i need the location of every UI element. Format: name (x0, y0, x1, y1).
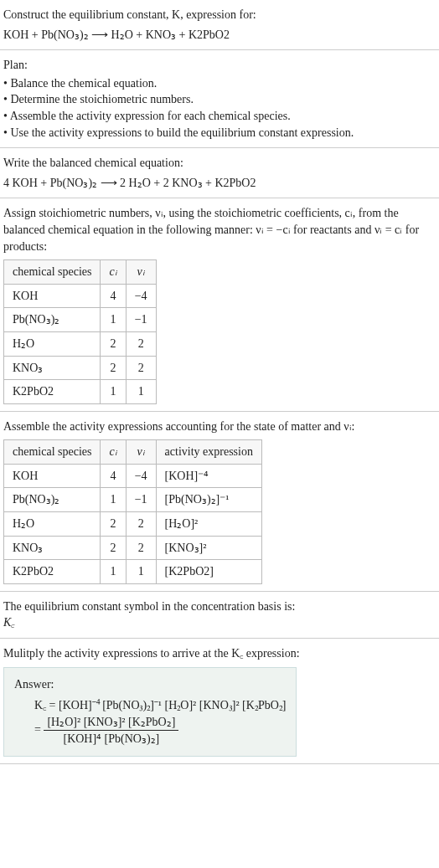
cell-species: KOH (4, 464, 101, 488)
cell-ci: 2 (101, 331, 126, 356)
unbalanced-equation: KOH + Pb(NO₃)₂ ⟶ H₂O + KNO₃ + K2PbO2 (3, 27, 436, 44)
cell-species: Pb(NO₃)₂ (4, 488, 101, 512)
cell-ci: 4 (101, 284, 126, 308)
cell-vi: −4 (126, 464, 156, 488)
cell-vi: −4 (126, 284, 156, 308)
table-row: K2PbO2 1 1 (4, 380, 157, 404)
col-vi: νᵢ (126, 440, 156, 465)
cell-activity: [KOH]⁻⁴ (156, 464, 261, 488)
cell-ci: 2 (101, 536, 126, 560)
table-row: Pb(NO₃)₂ 1 −1 (4, 308, 157, 332)
table-row: KOH 4 −4 (4, 284, 157, 308)
plan-list: • Balance the chemical equation. • Deter… (3, 75, 436, 141)
cell-ci: 1 (101, 308, 126, 332)
answer-label: Answer: (14, 676, 286, 693)
plan-item: • Balance the chemical equation. (3, 75, 436, 92)
plan-item: • Assemble the activity expression for e… (3, 108, 436, 125)
activity-table: chemical species cᵢ νᵢ activity expressi… (3, 439, 262, 584)
col-ci: cᵢ (101, 440, 126, 465)
cell-species: Pb(NO₃)₂ (4, 308, 101, 332)
col-ci: cᵢ (101, 260, 126, 285)
kc-fraction-expression: = [H₂O]² [KNO₃]² [K₂PbO₂] [KOH]⁴ [Pb(NO₃… (34, 714, 286, 747)
table-row: Pb(NO₃)₂ 1 −1 [Pb(NO₃)₂]⁻¹ (4, 488, 262, 512)
cell-vi: 2 (126, 512, 156, 537)
answer-box: Answer: K꜀ = [KOH]⁻⁴ [Pb(NO₃)₂]⁻¹ [H₂O]²… (3, 667, 297, 757)
cell-vi: 2 (126, 356, 156, 380)
cell-species: K2PbO2 (4, 380, 101, 404)
cell-activity: [H₂O]² (156, 512, 261, 537)
cell-ci: 2 (101, 356, 126, 380)
kc-symbol-section: The equilibrium constant symbol in the c… (0, 592, 439, 639)
activity-section: Assemble the activity expressions accoun… (0, 412, 439, 592)
plan-item: • Determine the stoichiometric numbers. (3, 91, 436, 108)
col-activity: activity expression (156, 440, 261, 465)
stoich-section: Assign stoichiometric numbers, νᵢ, using… (0, 198, 439, 411)
cell-species: H₂O (4, 331, 101, 356)
kc-flat-expression: K꜀ = [KOH]⁻⁴ [Pb(NO₃)₂]⁻¹ [H₂O]² [KNO₃]²… (34, 697, 286, 714)
table-row: KNO₃ 2 2 (4, 356, 157, 380)
cell-activity: [K2PbO2] (156, 560, 261, 584)
table-header-row: chemical species cᵢ νᵢ activity expressi… (4, 440, 262, 465)
cell-vi: −1 (126, 308, 156, 332)
stoich-table: chemical species cᵢ νᵢ KOH 4 −4 Pb(NO₃)₂… (3, 259, 157, 404)
cell-activity: [KNO₃]² (156, 536, 261, 560)
cell-vi: 2 (126, 331, 156, 356)
activity-intro: Assemble the activity expressions accoun… (3, 419, 436, 435)
fraction-numerator: [H₂O]² [KNO₃]² [K₂PbO₂] (44, 714, 178, 732)
cell-species: H₂O (4, 512, 101, 537)
plan-heading: Plan: (3, 57, 436, 74)
balanced-eq-label: Write the balanced chemical equation: (3, 155, 436, 172)
cell-species: KNO₃ (4, 356, 101, 380)
cell-ci: 2 (101, 512, 126, 537)
equals-prefix: = (34, 723, 44, 736)
cell-ci: 4 (101, 464, 126, 488)
kc-symbol: K꜀ (3, 614, 436, 631)
cell-ci: 1 (101, 560, 126, 584)
balanced-eq-section: Write the balanced chemical equation: 4 … (0, 148, 439, 198)
balanced-equation: 4 KOH + Pb(NO₃)₂ ⟶ 2 H₂O + 2 KNO₃ + K2Pb… (3, 175, 436, 192)
result-intro: Mulitply the activity expressions to arr… (3, 645, 436, 662)
cell-vi: 1 (126, 560, 156, 584)
col-species: chemical species (4, 260, 101, 285)
cell-vi: 1 (126, 380, 156, 404)
table-header-row: chemical species cᵢ νᵢ (4, 260, 157, 285)
stoich-intro: Assign stoichiometric numbers, νᵢ, using… (3, 205, 436, 254)
cell-activity: [Pb(NO₃)₂]⁻¹ (156, 488, 261, 512)
kc-symbol-label: The equilibrium constant symbol in the c… (3, 598, 436, 615)
fraction-denominator: [KOH]⁴ [Pb(NO₃)₂] (44, 731, 178, 747)
col-species: chemical species (4, 440, 101, 465)
plan-item: • Use the activity expressions to build … (3, 125, 436, 141)
table-row: K2PbO2 1 1 [K2PbO2] (4, 560, 262, 584)
plan-section: Plan: • Balance the chemical equation. •… (0, 50, 439, 148)
table-row: KNO₃ 2 2 [KNO₃]² (4, 536, 262, 560)
cell-species: KNO₃ (4, 536, 101, 560)
cell-vi: −1 (126, 488, 156, 512)
cell-vi: 2 (126, 536, 156, 560)
cell-ci: 1 (101, 380, 126, 404)
prompt-text: Construct the equilibrium constant, K, e… (3, 7, 436, 23)
cell-ci: 1 (101, 488, 126, 512)
col-vi: νᵢ (126, 260, 156, 285)
fraction: [H₂O]² [KNO₃]² [K₂PbO₂] [KOH]⁴ [Pb(NO₃)₂… (44, 714, 178, 747)
cell-species: K2PbO2 (4, 560, 101, 584)
cell-species: KOH (4, 284, 101, 308)
table-row: KOH 4 −4 [KOH]⁻⁴ (4, 464, 262, 488)
prompt-section: Construct the equilibrium constant, K, e… (0, 0, 439, 50)
table-row: H₂O 2 2 (4, 331, 157, 356)
table-row: H₂O 2 2 [H₂O]² (4, 512, 262, 537)
result-section: Mulitply the activity expressions to arr… (0, 639, 439, 764)
